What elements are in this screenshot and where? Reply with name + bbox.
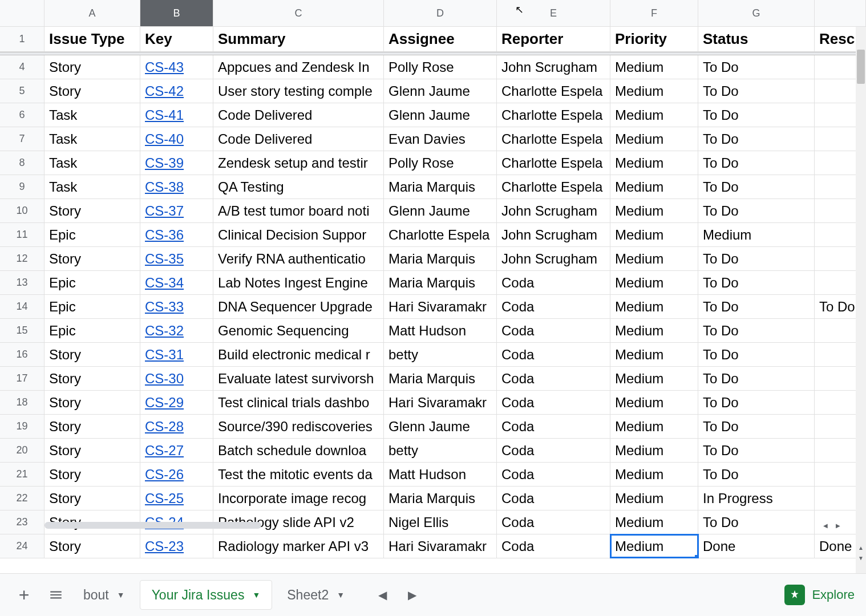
- select-all-corner[interactable]: [0, 0, 44, 26]
- cell-assignee[interactable]: Polly Rose: [384, 151, 497, 175]
- cell-reporter[interactable]: John Scrugham: [497, 247, 610, 270]
- cell-reporter[interactable]: Coda: [497, 319, 610, 342]
- cell-summary[interactable]: Zendesk setup and testir: [213, 151, 384, 175]
- cell-summary[interactable]: Verify RNA authenticatio: [213, 247, 384, 270]
- cell-status[interactable]: To Do: [698, 295, 815, 318]
- cell-key-link[interactable]: CS-32: [140, 319, 213, 342]
- cell-priority[interactable]: Medium: [610, 175, 698, 198]
- col-header-B[interactable]: B: [140, 0, 213, 26]
- row-number[interactable]: 9: [0, 175, 44, 198]
- cell-reporter[interactable]: Charlotte Espela: [497, 79, 610, 103]
- cell-key-link[interactable]: CS-40: [140, 127, 213, 151]
- cell-reporter[interactable]: John Scrugham: [497, 199, 610, 222]
- cell-issue-type[interactable]: Epic: [44, 223, 140, 246]
- col-header-H[interactable]: [815, 0, 866, 26]
- cell-assignee[interactable]: Glenn Jaume: [384, 79, 497, 103]
- explore-button[interactable]: Explore: [784, 585, 855, 605]
- col-header-D[interactable]: D: [384, 0, 497, 26]
- vertical-scrollbar[interactable]: ▲ ▼: [856, 27, 866, 573]
- cell-summary[interactable]: Radiology marker API v3: [213, 534, 384, 558]
- cell-key-link[interactable]: CS-42: [140, 79, 213, 103]
- row-number[interactable]: 14: [0, 295, 44, 318]
- cell-summary[interactable]: User story testing comple: [213, 79, 384, 103]
- add-sheet-button[interactable]: +: [11, 582, 37, 607]
- cell-issue-type[interactable]: Story: [44, 463, 140, 486]
- cell-key-link[interactable]: CS-38: [140, 175, 213, 198]
- row-number[interactable]: 12: [0, 247, 44, 270]
- cell-key-link[interactable]: CS-35: [140, 247, 213, 270]
- cell-summary[interactable]: Build electronic medical r: [213, 343, 384, 366]
- cell-assignee[interactable]: Maria Marquis: [384, 367, 497, 390]
- cell-key-link[interactable]: CS-29: [140, 391, 213, 414]
- cell-issue-type[interactable]: Story: [44, 199, 140, 222]
- row-number[interactable]: 8: [0, 151, 44, 175]
- row-number[interactable]: 5: [0, 79, 44, 103]
- cell-summary[interactable]: Code Delivered: [213, 103, 384, 127]
- cell-key-link[interactable]: CS-33: [140, 295, 213, 318]
- cell-status[interactable]: To Do: [698, 175, 815, 198]
- row-number[interactable]: 16: [0, 343, 44, 366]
- cell-priority[interactable]: Medium: [610, 223, 698, 246]
- cell-assignee[interactable]: Maria Marquis: [384, 271, 497, 294]
- cell-status[interactable]: To Do: [698, 271, 815, 294]
- cell-summary[interactable]: Appcues and Zendesk In: [213, 55, 384, 79]
- cell-summary[interactable]: Code Delivered: [213, 127, 384, 151]
- row-number[interactable]: 21: [0, 463, 44, 486]
- vertical-scroll-thumb[interactable]: [857, 50, 865, 84]
- cell-key-link[interactable]: CS-37: [140, 199, 213, 222]
- cell-priority[interactable]: Medium: [610, 247, 698, 270]
- all-sheets-button[interactable]: [43, 582, 68, 607]
- cell-issue-type[interactable]: Task: [44, 127, 140, 151]
- row-number[interactable]: 24: [0, 534, 44, 558]
- cell-status[interactable]: To Do: [698, 439, 815, 462]
- cell-priority[interactable]: Medium: [610, 319, 698, 342]
- tab-nav-prev-icon[interactable]: ◀: [373, 586, 391, 604]
- tab-nav-next-icon[interactable]: ▶: [403, 586, 421, 604]
- cell-assignee[interactable]: Polly Rose: [384, 55, 497, 79]
- cell-reporter[interactable]: Coda: [497, 439, 610, 462]
- cell-assignee[interactable]: Glenn Jaume: [384, 103, 497, 127]
- cell-status[interactable]: To Do: [698, 127, 815, 151]
- cell-key-link[interactable]: CS-31: [140, 343, 213, 366]
- cell-reporter[interactable]: John Scrugham: [497, 223, 610, 246]
- cell-reporter[interactable]: Coda: [497, 463, 610, 486]
- row-number[interactable]: 11: [0, 223, 44, 246]
- cell-status[interactable]: To Do: [698, 151, 815, 175]
- cell-issue-type[interactable]: Epic: [44, 295, 140, 318]
- cell-key-link[interactable]: CS-39: [140, 151, 213, 175]
- cell-status[interactable]: To Do: [698, 391, 815, 414]
- row-number[interactable]: 22: [0, 487, 44, 510]
- header-reporter[interactable]: Reporter: [497, 27, 610, 51]
- cell-priority[interactable]: Medium: [610, 127, 698, 151]
- cell-summary[interactable]: Evaluate latest survivorsh: [213, 367, 384, 390]
- cell-status[interactable]: To Do: [698, 199, 815, 222]
- cell-assignee[interactable]: Glenn Jaume: [384, 415, 497, 438]
- cell-status[interactable]: Medium: [698, 223, 815, 246]
- header-status[interactable]: Status: [698, 27, 815, 51]
- row-number[interactable]: 6: [0, 103, 44, 127]
- cell-status[interactable]: To Do: [698, 463, 815, 486]
- cell-summary[interactable]: Source/390 rediscoveries: [213, 415, 384, 438]
- cell-priority[interactable]: Medium: [610, 79, 698, 103]
- cell-reporter[interactable]: Coda: [497, 271, 610, 294]
- cell-priority[interactable]: Medium: [610, 367, 698, 390]
- row-number[interactable]: 15: [0, 319, 44, 342]
- cell-summary[interactable]: Batch schedule downloa: [213, 439, 384, 462]
- horizontal-scroll-thumb[interactable]: [44, 522, 261, 529]
- cell-summary[interactable]: Test clinical trials dashbo: [213, 391, 384, 414]
- cell-summary[interactable]: Lab Notes Ingest Engine: [213, 271, 384, 294]
- cell-summary[interactable]: Clinical Decision Suppor: [213, 223, 384, 246]
- cell-priority[interactable]: Medium: [610, 199, 698, 222]
- row-number[interactable]: 20: [0, 439, 44, 462]
- cell-summary[interactable]: DNA Sequencer Upgrade: [213, 295, 384, 318]
- cell-assignee[interactable]: Maria Marquis: [384, 175, 497, 198]
- cell-reporter[interactable]: John Scrugham: [497, 55, 610, 79]
- cell-issue-type[interactable]: Story: [44, 439, 140, 462]
- cell-priority[interactable]: Medium: [610, 391, 698, 414]
- cell-issue-type[interactable]: Story: [44, 55, 140, 79]
- cell-reporter[interactable]: Coda: [497, 391, 610, 414]
- cell-summary[interactable]: QA Testing: [213, 175, 384, 198]
- row-number[interactable]: 19: [0, 415, 44, 438]
- cell-status[interactable]: To Do: [698, 103, 815, 127]
- row-number[interactable]: 1: [0, 27, 44, 51]
